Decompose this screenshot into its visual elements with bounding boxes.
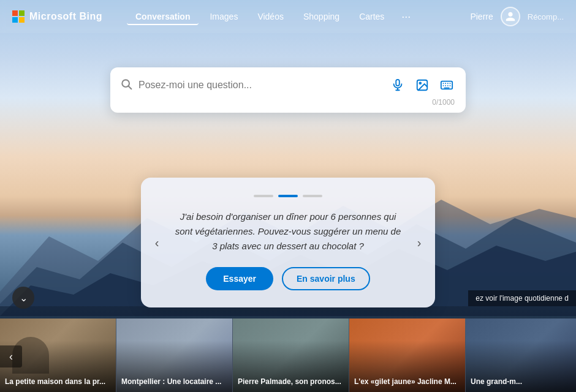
search-magnifier-icon <box>120 78 132 93</box>
dot-2[interactable] <box>278 195 298 197</box>
search-container: 0/1000 <box>110 67 466 113</box>
nav-videos[interactable]: Vidéos <box>249 8 292 25</box>
prompt-card: ‹ › J'ai besoin d'organiser un dîner pou… <box>141 178 435 307</box>
prev-arrow[interactable]: ‹ <box>147 233 167 252</box>
rewards-button[interactable]: Récomp... <box>528 12 564 21</box>
user-avatar[interactable] <box>501 7 520 26</box>
ms-logo-yellow <box>19 17 25 23</box>
learn-more-button[interactable]: En savoir plus <box>282 267 370 290</box>
prompt-text: J'ai besoin d'organiser un dîner pour 6 … <box>172 209 404 254</box>
microphone-icon[interactable] <box>388 76 407 94</box>
search-box: 0/1000 <box>110 67 466 113</box>
news-card-3[interactable]: L'ex «gilet jaune» Jacline M... <box>349 318 466 392</box>
ms-logo-green <box>19 10 25 16</box>
search-input[interactable] <box>138 80 382 91</box>
news-card-title-0: La petite maison dans la pr... <box>5 377 111 387</box>
nav-more[interactable]: ··· <box>395 8 417 26</box>
image-search-icon[interactable] <box>413 76 431 94</box>
daily-image-notice[interactable]: ez voir l'image quotidienne d <box>468 290 576 306</box>
news-card-title-2: Pierre Palmade, son pronos... <box>238 377 344 387</box>
main-nav: Conversation Images Vidéos Shopping Cart… <box>127 8 470 26</box>
scroll-down-button[interactable]: ⌄ <box>12 287 34 309</box>
dot-3[interactable] <box>303 195 322 197</box>
nav-maps[interactable]: Cartes <box>351 8 393 25</box>
logo[interactable]: Microsoft Bing <box>12 10 102 23</box>
news-card-title-1: Montpellier : Une locataire ... <box>121 377 227 387</box>
dots-indicator <box>172 195 404 197</box>
news-strip: La petite maison dans la pr... Montpelli… <box>0 318 576 392</box>
news-card-title-3: L'ex «gilet jaune» Jacline M... <box>354 377 460 387</box>
user-name: Pierre <box>470 12 493 21</box>
ms-logo-blue <box>12 17 18 23</box>
search-input-row <box>120 76 456 94</box>
microsoft-logo <box>12 10 25 23</box>
header: Microsoft Bing Conversation Images Vidéo… <box>0 0 576 33</box>
news-card-2[interactable]: Pierre Palmade, son pronos... <box>233 318 349 392</box>
news-card-4[interactable]: Une grand-m... <box>466 318 576 392</box>
try-button[interactable]: Essayer <box>206 267 273 290</box>
daily-notice-text: ez voir l'image quotidienne d <box>476 294 569 303</box>
news-card-title-4: Une grand-m... <box>471 377 576 387</box>
svg-line-4 <box>129 86 132 89</box>
news-card-1[interactable]: Montpellier : Une locataire ... <box>116 318 233 392</box>
news-prev-button[interactable]: ‹ <box>0 345 22 368</box>
prompt-buttons: Essayer En savoir plus <box>172 267 404 290</box>
next-arrow[interactable]: › <box>409 233 429 252</box>
svg-point-9 <box>419 82 421 84</box>
ms-logo-red <box>12 10 18 16</box>
nav-images[interactable]: Images <box>201 8 246 25</box>
svg-rect-5 <box>396 80 400 86</box>
dot-1[interactable] <box>254 195 273 197</box>
bing-logo-text: Microsoft Bing <box>29 11 102 22</box>
char-counter: 0/1000 <box>120 98 456 107</box>
user-icon <box>505 11 516 22</box>
nav-shopping[interactable]: Shopping <box>295 8 348 25</box>
keyboard-icon[interactable] <box>438 76 456 94</box>
nav-conversation[interactable]: Conversation <box>127 8 199 25</box>
search-action-icons <box>388 76 456 94</box>
header-right: Pierre Récomp... <box>470 7 564 26</box>
